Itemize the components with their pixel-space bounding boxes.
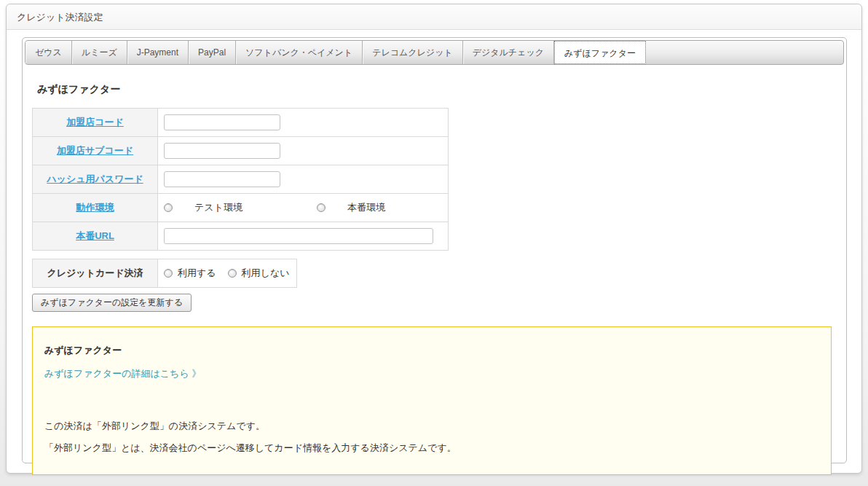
tab-paypal[interactable]: PayPal xyxy=(189,41,236,64)
merchant-subcode-link[interactable]: 加盟店サブコード xyxy=(57,145,133,156)
credit-settings-window: クレジット決済設定 ゼウス ルミーズ J-Payment PayPal ソフトバ… xyxy=(6,4,862,474)
production-url-input[interactable] xyxy=(164,228,433,244)
page-title: クレジット決済設定 xyxy=(7,4,861,30)
test-env-label: テスト環境 xyxy=(194,202,242,213)
hash-password-input[interactable] xyxy=(164,171,280,187)
settings-table: 加盟店コード 加盟店サブコード ハッシュ用パスワード 動作環境 xyxy=(32,108,449,251)
payment-tab-panel: ゼウス ルミーズ J-Payment PayPal ソフトバンク・ペイメント テ… xyxy=(22,37,847,463)
use-label: 利用する xyxy=(178,267,216,278)
info-line-1: この決済は「外部リンク型」の決済システムです。 xyxy=(44,420,819,433)
table-row: 加盟店サブコード xyxy=(33,137,449,165)
table-row: 本番URL xyxy=(33,222,449,251)
usage-table: クレジットカード決済 利用する利用しない xyxy=(32,259,297,288)
tab-telecom-credit[interactable]: テレコムクレジット xyxy=(363,41,463,64)
merchant-code-input[interactable] xyxy=(164,114,280,130)
credit-card-payment-label: クレジットカード決済 xyxy=(47,267,143,278)
mizuho-details-link[interactable]: みずほファクターの詳細はこちら 》 xyxy=(44,367,201,380)
not-use-radio[interactable] xyxy=(228,269,237,278)
tab-j-payment[interactable]: J-Payment xyxy=(127,41,189,64)
tab-zeus[interactable]: ゼウス xyxy=(25,41,72,64)
tab-remise[interactable]: ルミーズ xyxy=(72,41,127,64)
production-env-radio[interactable] xyxy=(317,203,326,212)
merchant-subcode-input[interactable] xyxy=(164,143,280,159)
test-env-radio[interactable] xyxy=(164,203,173,212)
tab-mizuho-factor[interactable]: みずほファクター xyxy=(554,41,646,64)
table-row: ハッシュ用パスワード xyxy=(33,165,449,194)
production-url-link[interactable]: 本番URL xyxy=(76,230,114,241)
info-box-title: みずほファクター xyxy=(44,344,819,357)
section-heading: みずほファクター xyxy=(37,83,837,96)
merchant-code-link[interactable]: 加盟店コード xyxy=(66,117,124,128)
hash-password-link[interactable]: ハッシュ用パスワード xyxy=(47,173,143,184)
tab-strip: ゼウス ルミーズ J-Payment PayPal ソフトバンク・ペイメント テ… xyxy=(25,40,844,65)
tab-softbank-payment[interactable]: ソフトバンク・ペイメント xyxy=(236,41,363,64)
tab-strip-filler xyxy=(646,41,843,64)
environment-link[interactable]: 動作環境 xyxy=(76,202,114,213)
table-row: クレジットカード決済 利用する利用しない xyxy=(33,259,297,288)
use-radio[interactable] xyxy=(164,269,173,278)
table-row: 加盟店コード xyxy=(33,109,449,137)
tab-content: みずほファクター 加盟店コード 加盟店サブコード ハッシュ用パスワード xyxy=(25,65,844,475)
table-row: 動作環境 テスト環境本番環境 xyxy=(33,194,449,222)
not-use-label: 利用しない xyxy=(242,267,290,278)
info-line-2: 「外部リンク型」とは、決済会社のページへ遷移してカード情報を入力する決済システム… xyxy=(44,442,819,455)
window-body: ゼウス ルミーズ J-Payment PayPal ソフトバンク・ペイメント テ… xyxy=(7,30,861,463)
info-box: みずほファクター みずほファクターの詳細はこちら 》 この決済は「外部リンク型」… xyxy=(32,326,832,475)
update-settings-button[interactable]: みずほファクターの設定を更新する xyxy=(32,294,192,312)
tab-digital-check[interactable]: デジタルチェック xyxy=(463,41,554,64)
production-env-label: 本番環境 xyxy=(347,202,385,213)
